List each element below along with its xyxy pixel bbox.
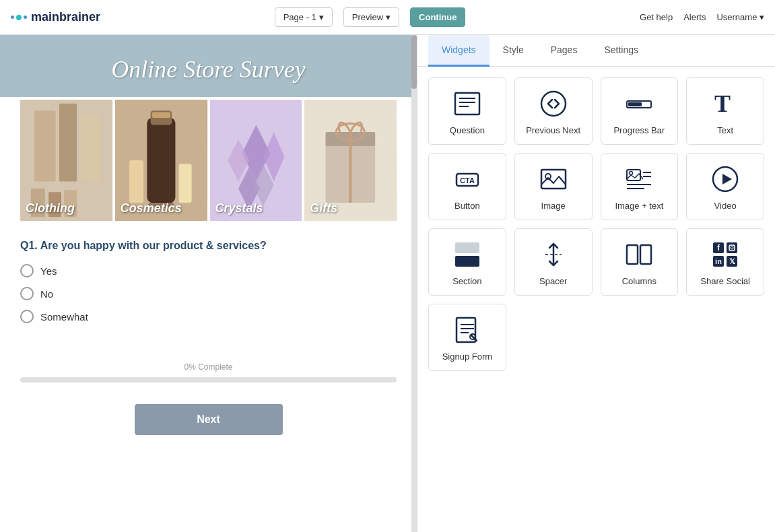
image-text-icon bbox=[624, 164, 654, 194]
tab-pages[interactable]: Pages bbox=[537, 35, 591, 67]
gethelp-link[interactable]: Get help bbox=[640, 12, 673, 22]
radio-yes-label: Yes bbox=[40, 265, 57, 277]
video-label: Video bbox=[714, 201, 737, 211]
widget-progress-bar[interactable]: Progress Bar bbox=[601, 77, 679, 145]
preview-button[interactable]: Preview ▾ bbox=[343, 7, 399, 27]
preview-label: Preview bbox=[352, 12, 383, 22]
svg-rect-25 bbox=[455, 93, 479, 114]
button-icon: CTA bbox=[452, 164, 482, 194]
logo-text: mainbrainer bbox=[31, 10, 100, 24]
alerts-link[interactable]: Alerts bbox=[683, 12, 706, 22]
svg-rect-8 bbox=[147, 118, 175, 203]
signup-form-icon bbox=[452, 315, 482, 345]
image-label: Image bbox=[541, 201, 566, 211]
text-icon: T bbox=[710, 89, 740, 119]
tab-style[interactable]: Style bbox=[490, 35, 537, 67]
share-social-label: Share Social bbox=[700, 276, 750, 286]
scroll-track bbox=[411, 35, 417, 532]
logo-icon bbox=[11, 15, 27, 20]
nav-center: Page - 1 ▾ Preview ▾ Continue bbox=[111, 7, 629, 27]
progress-text: 0% Complete bbox=[20, 362, 397, 372]
page-label: Page - 1 bbox=[283, 12, 316, 22]
image-label-crystals: Crystals bbox=[215, 201, 263, 215]
top-navigation: mainbrainer Page - 1 ▾ Preview ▾ Continu… bbox=[0, 0, 775, 35]
svg-rect-61 bbox=[457, 318, 475, 342]
radio-yes-circle bbox=[20, 264, 34, 277]
widget-signup-form[interactable]: Signup Form bbox=[428, 304, 506, 371]
tab-settings[interactable]: Settings bbox=[591, 35, 652, 67]
next-button[interactable]: Next bbox=[135, 404, 283, 435]
signup-form-label: Signup Form bbox=[442, 352, 492, 362]
svg-rect-3 bbox=[80, 114, 100, 182]
image-cell-gifts: Gifts bbox=[304, 100, 397, 221]
question-label: Question bbox=[450, 125, 485, 135]
video-icon bbox=[710, 164, 740, 194]
option-yes[interactable]: Yes bbox=[20, 264, 397, 277]
svg-marker-44 bbox=[722, 174, 732, 185]
next-button-area: Next bbox=[0, 393, 417, 455]
username-menu[interactable]: Username ▾ bbox=[716, 12, 764, 22]
progress-area: 0% Complete bbox=[0, 349, 417, 393]
progress-bar-background bbox=[20, 377, 397, 383]
svg-rect-49 bbox=[627, 245, 638, 264]
widget-button[interactable]: CTA Button bbox=[428, 153, 506, 220]
question-area: Q1. Are you happy with our product & ser… bbox=[0, 224, 417, 349]
image-text-label: Image + text bbox=[615, 201, 663, 211]
spacer-label: Spacer bbox=[539, 276, 567, 286]
svg-rect-2 bbox=[59, 104, 77, 182]
widget-text[interactable]: T Text bbox=[686, 77, 764, 145]
previous-next-label: Previous Next bbox=[526, 125, 580, 135]
svg-rect-45 bbox=[455, 242, 479, 253]
svg-point-56 bbox=[733, 245, 735, 246]
logo-dot-2 bbox=[16, 15, 22, 20]
option-no[interactable]: No bbox=[20, 287, 397, 300]
text-label: Text bbox=[717, 125, 733, 135]
radio-no-label: No bbox=[40, 288, 53, 300]
username-arrow: ▾ bbox=[760, 12, 764, 22]
svg-rect-12 bbox=[129, 160, 143, 203]
image-label-clothing: Clothing bbox=[26, 201, 75, 215]
question-text: Q1. Are you happy with our product & ser… bbox=[20, 240, 397, 252]
widget-columns[interactable]: Columns bbox=[601, 228, 679, 296]
progress-bar-icon bbox=[624, 89, 654, 119]
page-arrow: ▾ bbox=[319, 12, 324, 22]
widgets-panel: Widgets Style Pages Settings Question bbox=[417, 35, 775, 532]
share-social-icon: f in 𝕏 bbox=[710, 240, 740, 269]
page-selector-button[interactable]: Page - 1 ▾ bbox=[275, 7, 333, 27]
previous-next-icon bbox=[539, 89, 568, 119]
image-cell-clothing: Clothing bbox=[20, 100, 112, 221]
widget-video[interactable]: Video bbox=[686, 153, 764, 220]
image-label-cosmetics: Cosmetics bbox=[121, 201, 182, 215]
svg-rect-50 bbox=[640, 245, 651, 264]
widget-image[interactable]: Image bbox=[514, 153, 593, 220]
section-label: Section bbox=[452, 276, 481, 286]
widget-question[interactable]: Question bbox=[428, 77, 506, 145]
option-somewhat[interactable]: Somewhat bbox=[20, 310, 397, 323]
svg-rect-31 bbox=[628, 102, 642, 106]
widget-tabs: Widgets Style Pages Settings bbox=[417, 35, 775, 67]
columns-label: Columns bbox=[622, 276, 656, 286]
image-cell-crystals: Crystals bbox=[210, 100, 302, 221]
widget-spacer[interactable]: Spacer bbox=[514, 228, 593, 296]
logo: mainbrainer bbox=[11, 10, 100, 24]
svg-rect-1 bbox=[34, 110, 56, 181]
widget-image-text[interactable]: Image + text bbox=[601, 153, 679, 220]
progress-bar-label: Progress Bar bbox=[613, 125, 665, 135]
svg-text:𝕏: 𝕏 bbox=[729, 257, 735, 265]
svg-point-38 bbox=[630, 172, 633, 175]
survey-image-grid: Clothing Cosmetics bbox=[0, 97, 417, 224]
tab-widgets[interactable]: Widgets bbox=[428, 35, 490, 67]
survey-preview-panel: Online Store Survey Clothing bbox=[0, 35, 417, 532]
image-label-gifts: Gifts bbox=[310, 201, 337, 215]
svg-line-66 bbox=[474, 338, 477, 341]
continue-button[interactable]: Continue bbox=[410, 7, 465, 27]
nav-right: Get help Alerts Username ▾ bbox=[640, 12, 764, 22]
widget-share-social[interactable]: f in 𝕏 Share Social bbox=[686, 228, 764, 296]
button-label: Button bbox=[454, 201, 480, 211]
image-icon bbox=[539, 164, 568, 194]
widget-section[interactable]: Section bbox=[428, 228, 506, 296]
scroll-thumb[interactable] bbox=[411, 35, 417, 89]
main-area: Online Store Survey Clothing bbox=[0, 35, 775, 532]
radio-no-circle bbox=[20, 287, 34, 300]
widget-previous-next[interactable]: Previous Next bbox=[514, 77, 593, 145]
